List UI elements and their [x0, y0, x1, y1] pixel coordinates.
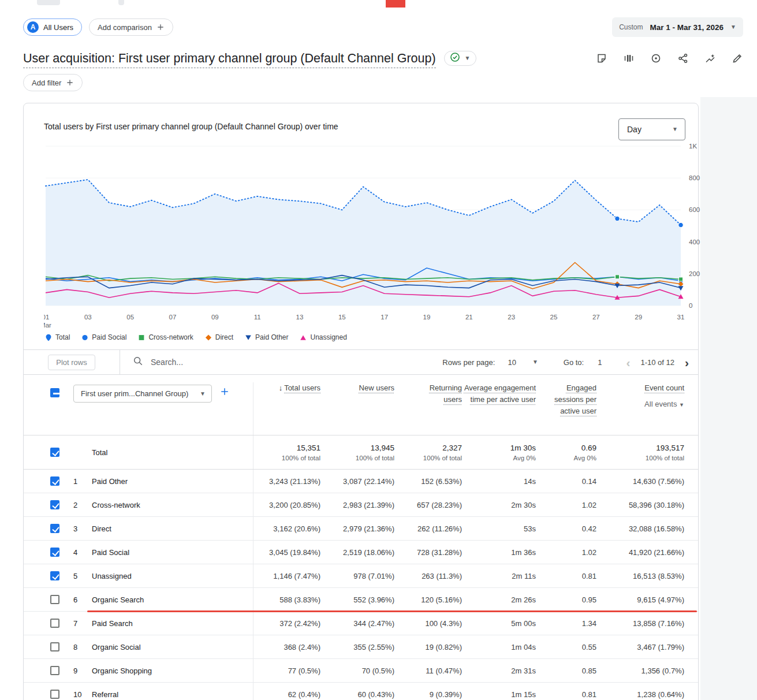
column-header-new-users[interactable]: New users: [320, 382, 394, 394]
metric-cell: 0.85: [536, 667, 596, 675]
svg-text:05: 05: [126, 314, 134, 321]
row-checkbox[interactable]: [50, 595, 59, 604]
table-row-organic-search[interactable]: 6Organic Search588 (3.83%)552 (3.96%)120…: [24, 588, 698, 612]
sparkle-trend-icon[interactable]: [704, 53, 716, 64]
row-checkbox[interactable]: [50, 500, 59, 509]
channel-name: Paid Other: [92, 477, 128, 486]
metric-cell: 2,979 (21.36%): [320, 524, 394, 533]
table-row-referral[interactable]: 10Referral62 (0.4%)60 (0.43%)9 (0.39%)1m…: [24, 683, 698, 700]
table-controls: Plot rows Rows per page: 10 ▼ Go to: 1 ‹…: [24, 349, 698, 375]
legend-item-direct[interactable]: Direct: [205, 333, 233, 341]
svg-text:17: 17: [381, 314, 388, 321]
add-filter-chip[interactable]: Add filter: [23, 74, 83, 91]
metric-cell: 3,200 (20.85%): [253, 501, 320, 509]
row-number: 2: [73, 501, 92, 509]
table-row-paid-search[interactable]: 7Paid Search372 (2.42%)344 (2.47%)100 (4…: [24, 612, 698, 635]
chevron-down-icon: ▼: [200, 391, 206, 397]
row-checkbox[interactable]: [50, 571, 59, 580]
metric-cell: 41,920 (21.66%): [596, 548, 684, 557]
metric-cell: 1,356 (0.7%): [596, 667, 684, 675]
ab-compare-icon[interactable]: [623, 53, 635, 64]
metric-cell: 13,858 (7.16%): [596, 619, 684, 628]
share-icon[interactable]: [677, 53, 689, 64]
column-header-event-count[interactable]: Event countAll events ▼: [596, 382, 684, 410]
add-comparison-chip[interactable]: Add comparison: [89, 18, 173, 36]
svg-text:600: 600: [689, 206, 700, 213]
previous-page-icon[interactable]: ‹: [625, 356, 631, 368]
row-checkbox[interactable]: [50, 476, 59, 486]
channel-name: Paid Search: [92, 619, 133, 628]
row-checkbox[interactable]: [50, 690, 59, 699]
table-row-direct[interactable]: 3Direct3,162 (20.6%)2,979 (21.36%)262 (1…: [24, 517, 698, 541]
interval-select[interactable]: Day ▼: [618, 118, 685, 140]
row-checkbox[interactable]: [50, 619, 59, 628]
row-checkbox[interactable]: [50, 666, 59, 675]
metric-cell: 0.81: [536, 690, 596, 699]
note-icon[interactable]: [596, 53, 607, 64]
table-row-organic-social[interactable]: 8Organic Social368 (2.4%)355 (2.55%)19 (…: [24, 635, 698, 659]
dimension-select[interactable]: First user prim...Channel Group) ▼: [73, 385, 212, 403]
legend-item-paid-other[interactable]: Paid Other: [245, 333, 288, 341]
totals-checkbox[interactable]: [50, 448, 59, 457]
row-checkbox[interactable]: [50, 642, 59, 651]
row-number: 6: [73, 595, 92, 604]
legend-label: Direct: [215, 333, 233, 341]
column-header-average-engagement-time-per-active-user[interactable]: Average engagement time per active user: [462, 382, 536, 405]
report-title-text[interactable]: User acquisition: First user primary cha…: [23, 51, 436, 68]
table-row-paid-social[interactable]: 4Paid Social3,045 (19.84%)2,519 (18.06%)…: [24, 541, 698, 564]
table-row-paid-other[interactable]: 1Paid Other3,243 (21.13%)3,087 (22.14%)1…: [24, 470, 698, 493]
metric-cell: 11 (0.47%): [394, 667, 462, 675]
chart-title: Total users by First user primary channe…: [44, 118, 338, 131]
row-checkbox[interactable]: [50, 548, 59, 557]
legend-item-unassigned[interactable]: Unassigned: [300, 333, 346, 341]
table-row-organic-shopping[interactable]: 9Organic Shopping77 (0.5%)70 (0.5%)11 (0…: [24, 659, 698, 683]
table-row-cross-network[interactable]: 2Cross-network3,200 (20.85%)2,983 (21.39…: [24, 493, 698, 517]
legend-item-total[interactable]: Total: [45, 333, 70, 341]
metric-cell: 344 (2.47%): [320, 619, 394, 628]
date-range-picker[interactable]: Custom Mar 1 - Mar 31, 2026 ▼: [612, 17, 743, 37]
data-quality-badge[interactable]: ▼: [444, 51, 476, 66]
insights-circle-icon[interactable]: [650, 53, 662, 64]
channel-name: Direct: [92, 524, 111, 533]
row-number: 3: [73, 524, 92, 533]
right-gutter: [700, 97, 757, 700]
metric-cell: 0.14: [536, 477, 596, 486]
metric-cell: 62 (0.4%): [253, 690, 320, 699]
svg-text:13: 13: [296, 314, 304, 321]
legend-item-cross-network[interactable]: Cross-network: [138, 333, 193, 341]
metric-cell: 2m 30s: [462, 501, 536, 509]
legend-item-paid-social[interactable]: Paid Social: [81, 333, 126, 341]
edit-icon[interactable]: [732, 53, 743, 64]
column-header-total-users[interactable]: ↓Total users: [253, 382, 320, 394]
next-page-icon[interactable]: ›: [684, 356, 690, 368]
column-header-engaged-sessions-per-active-user[interactable]: Engaged sessions per active user: [536, 382, 596, 417]
svg-text:07: 07: [169, 314, 177, 321]
all-users-chip[interactable]: A All Users: [23, 18, 82, 36]
row-number: 5: [73, 572, 92, 580]
go-to-input[interactable]: 1: [598, 358, 602, 367]
select-all-checkbox[interactable]: [50, 388, 59, 397]
timeseries-chart[interactable]: 02004006008001K01Mar03050709111315171921…: [44, 144, 693, 332]
go-to-label: Go to:: [564, 358, 584, 367]
metric-cell: 1.02: [536, 548, 596, 557]
table-body: 1Paid Other3,243 (21.13%)3,087 (22.14%)1…: [24, 470, 698, 700]
add-dimension-button[interactable]: [220, 387, 229, 396]
plus-icon: [156, 23, 165, 31]
legend-label: Total: [55, 333, 70, 341]
column-header-returning-users[interactable]: Returning users: [394, 382, 462, 405]
svg-text:27: 27: [592, 314, 600, 321]
svg-text:21: 21: [465, 314, 473, 321]
all-users-label: All Users: [43, 23, 73, 32]
rows-per-page-select[interactable]: 10 ▼: [508, 358, 538, 367]
svg-text:03: 03: [84, 314, 92, 321]
metric-cell: 1,238 (0.64%): [596, 690, 684, 699]
svg-text:29: 29: [635, 314, 642, 321]
totals-metric-cell: 13,945100% of total: [320, 444, 394, 461]
search-input[interactable]: [150, 357, 300, 367]
event-scope-select[interactable]: All events ▼: [596, 399, 684, 410]
table-row-unassigned[interactable]: 5Unassigned1,146 (7.47%)978 (7.01%)263 (…: [24, 564, 698, 588]
row-checkbox[interactable]: [50, 524, 59, 533]
row-number: 8: [73, 643, 92, 651]
legend-label: Paid Other: [255, 333, 288, 341]
plot-rows-button[interactable]: Plot rows: [48, 355, 95, 370]
